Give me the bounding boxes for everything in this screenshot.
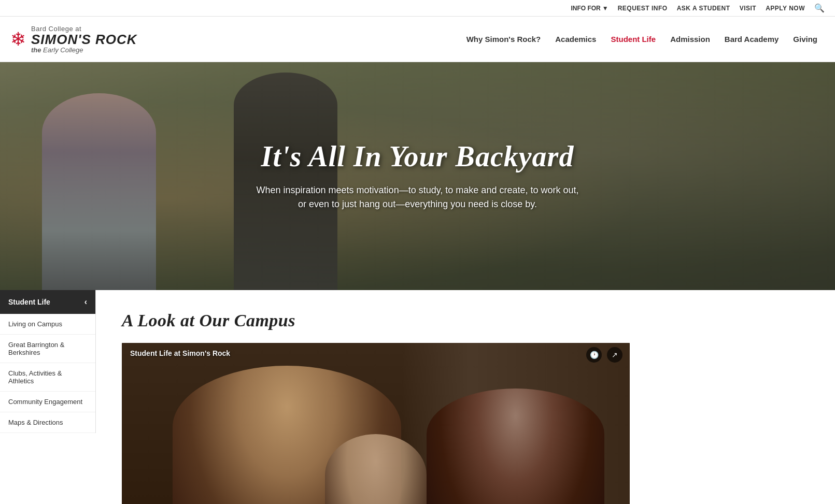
video-label: Student Life at Simon's Rock: [130, 349, 230, 357]
hero-subtitle: When inspiration meets motivation—to stu…: [252, 183, 584, 211]
sidebar: Student Life ‹ Living on Campus Great Ba…: [0, 290, 96, 433]
video-container[interactable]: Student Life at Simon's Rock 🕐 ↗: [122, 343, 630, 504]
ask-student-link[interactable]: ASK A STUDENT: [677, 5, 730, 12]
info-for-text: INFO FOR: [571, 5, 600, 12]
apply-now-link[interactable]: APPLY NOW: [766, 5, 805, 12]
nav-giving[interactable]: Giving: [786, 30, 825, 49]
hero-title: It's All In Your Backyard: [252, 141, 584, 173]
nav-admission[interactable]: Admission: [663, 30, 717, 49]
info-for-arrow-icon: ▼: [602, 5, 608, 12]
sidebar-item-maps-directions[interactable]: Maps & Directions: [0, 412, 95, 433]
logo-simons-rock: SIMON'S ROCK: [31, 33, 137, 46]
main-nav: ❄ Bard College at SIMON'S ROCK the Early…: [0, 17, 835, 62]
video-controls: 🕐 ↗: [586, 347, 622, 363]
logo-text: Bard College at SIMON'S ROCK the Early C…: [31, 25, 137, 54]
video-history-button[interactable]: 🕐: [586, 347, 602, 363]
sidebar-item-clubs-activities[interactable]: Clubs, Activities & Athletics: [0, 363, 95, 392]
video-person-right: [427, 388, 604, 504]
logo-link[interactable]: ❄ Bard College at SIMON'S ROCK the Early…: [10, 25, 137, 54]
search-icon: 🔍: [814, 4, 825, 12]
visit-link[interactable]: VISIT: [740, 5, 757, 12]
sidebar-nav: Living on Campus Great Barrington & Berk…: [0, 314, 95, 433]
nav-links: Why Simon's Rock? Academics Student Life…: [137, 30, 825, 49]
video-inner: [122, 343, 630, 504]
hero-content: It's All In Your Backyard When inspirati…: [242, 141, 594, 211]
nav-why-simons-rock[interactable]: Why Simon's Rock?: [459, 30, 548, 49]
search-button[interactable]: 🔍: [814, 3, 825, 13]
sidebar-chevron-icon: ‹: [84, 297, 87, 307]
video-share-button[interactable]: ↗: [607, 347, 622, 363]
sidebar-header[interactable]: Student Life ‹: [0, 290, 95, 314]
request-info-link[interactable]: REQUEST INFO: [618, 5, 668, 12]
nav-student-life[interactable]: Student Life: [603, 30, 663, 49]
logo-early-college: the Early College: [31, 46, 137, 54]
content-area: Student Life ‹ Living on Campus Great Ba…: [0, 290, 835, 504]
section-title: A Look at Our Campus: [122, 311, 804, 330]
snowflake-icon: ❄: [10, 30, 26, 49]
info-for-label[interactable]: INFO FOR ▼: [571, 5, 608, 12]
sidebar-item-community-engagement[interactable]: Community Engagement: [0, 392, 95, 412]
nav-academics[interactable]: Academics: [548, 30, 603, 49]
sidebar-item-great-barrington[interactable]: Great Barrington & Berkshires: [0, 335, 95, 363]
sidebar-header-label: Student Life: [8, 298, 50, 306]
main-content: A Look at Our Campus Student Life at Sim…: [96, 290, 835, 504]
nav-bard-academy[interactable]: Bard Academy: [717, 30, 786, 49]
sidebar-item-living-on-campus[interactable]: Living on Campus: [0, 314, 95, 335]
hero-section: It's All In Your Backyard When inspirati…: [0, 62, 835, 290]
utility-bar: INFO FOR ▼ REQUEST INFO ASK A STUDENT VI…: [0, 0, 835, 17]
